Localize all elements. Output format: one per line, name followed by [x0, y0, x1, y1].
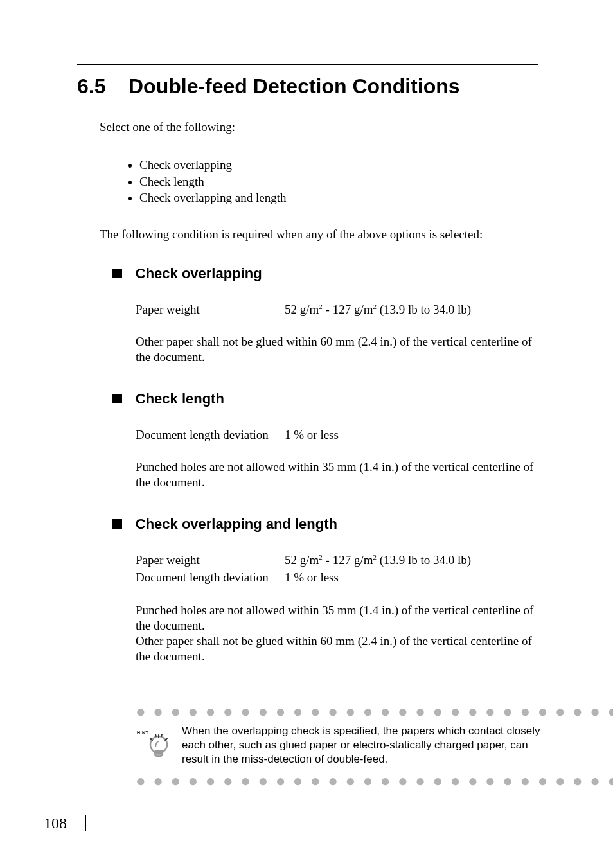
- hint-label: HINT: [137, 731, 183, 736]
- section-heading: 6.5Double-feed Detection Conditions: [77, 75, 460, 98]
- dot-divider: ● ● ● ● ● ● ● ● ● ● ● ● ● ● ● ● ● ● ● ● …: [136, 773, 562, 790]
- page-number-divider-icon: [85, 815, 86, 831]
- subsection-title: Check overlapping: [136, 265, 262, 283]
- subsection-title: Check overlapping and length: [136, 515, 337, 533]
- kv-key: Document length deviation: [136, 570, 285, 585]
- hint-icon: HINT: [136, 727, 182, 763]
- subsection-heading-both: Check overlapping and length: [112, 515, 562, 533]
- kv-row: Paper weight 52 g/m2 - 127 g/m2 (13.9 lb…: [136, 302, 562, 317]
- kv-value: 52 g/m2 - 127 g/m2 (13.9 lb to 34.0 lb): [285, 553, 562, 568]
- section-number: 6.5: [77, 75, 129, 98]
- kv-list: Paper weight 52 g/m2 - 127 g/m2 (13.9 lb…: [136, 553, 562, 586]
- subsection-title: Check length: [136, 390, 224, 408]
- subsection-heading-length: Check length: [112, 390, 562, 408]
- kv-list: Paper weight 52 g/m2 - 127 g/m2 (13.9 lb…: [136, 302, 562, 317]
- hint-text: When the overlapping check is specified,…: [182, 724, 543, 766]
- subsection-heading-overlap: Check overlapping: [112, 265, 562, 283]
- kv-list: Document length deviation 1 % or less: [136, 427, 562, 443]
- subsection-note: Other paper shall not be glued within 60…: [136, 633, 540, 665]
- list-item: Check overlapping: [139, 157, 562, 173]
- subsection-note: Other paper shall not be glued within 60…: [136, 334, 540, 366]
- page-number: 108: [44, 815, 86, 832]
- intro-text-1: Select one of the following:: [100, 120, 562, 135]
- hint-block: HINT When the overlapping check is speci…: [136, 724, 543, 766]
- lightbulb-icon: [144, 733, 173, 763]
- square-bullet-icon: [112, 394, 122, 403]
- dot-divider: ● ● ● ● ● ● ● ● ● ● ● ● ● ● ● ● ● ● ● ● …: [136, 704, 562, 720]
- kv-key: Paper weight: [136, 302, 285, 317]
- kv-row: Paper weight 52 g/m2 - 127 g/m2 (13.9 lb…: [136, 553, 562, 568]
- top-divider: [77, 64, 538, 65]
- list-item: Check length: [139, 174, 562, 190]
- kv-value: 1 % or less: [285, 427, 562, 443]
- page-body: Select one of the following: Check overl…: [100, 120, 562, 793]
- option-list: Check overlapping Check length Check ove…: [100, 157, 562, 206]
- square-bullet-icon: [112, 519, 122, 529]
- kv-row: Document length deviation 1 % or less: [136, 570, 562, 585]
- kv-key: Document length deviation: [136, 427, 285, 443]
- kv-value: 1 % or less: [285, 570, 562, 585]
- subsection-note: Punched holes are not allowed within 35 …: [136, 459, 540, 491]
- page-number-value: 108: [44, 815, 67, 831]
- intro-text-2: The following condition is required when…: [100, 227, 562, 242]
- square-bullet-icon: [112, 269, 122, 278]
- section-title: Double-feed Detection Conditions: [129, 75, 460, 98]
- kv-key: Paper weight: [136, 553, 285, 568]
- subsection-note: Punched holes are not allowed within 35 …: [136, 603, 540, 634]
- list-item: Check overlapping and length: [139, 190, 562, 206]
- kv-value: 52 g/m2 - 127 g/m2 (13.9 lb to 34.0 lb): [285, 302, 562, 317]
- kv-row: Document length deviation 1 % or less: [136, 427, 562, 443]
